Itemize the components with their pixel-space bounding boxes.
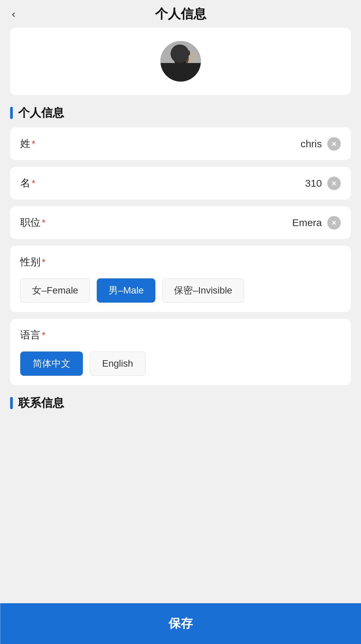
gender-options: 女–Female 男–Male 保密–Invisible <box>20 278 341 303</box>
position-right: Emera <box>292 216 341 229</box>
first-name-field: 名 * 310 <box>10 167 351 200</box>
position-clear-button[interactable] <box>327 216 341 229</box>
avatar[interactable] <box>160 41 201 82</box>
position-required: * <box>42 217 46 228</box>
position-field: 职位 * Emera <box>10 206 351 239</box>
last-name-label: 姓 * <box>20 137 35 151</box>
position-label: 职位 * <box>20 216 46 229</box>
page-header: ‹ 个人信息 <box>0 0 361 28</box>
svg-point-4 <box>174 51 189 67</box>
svg-point-3 <box>169 63 192 82</box>
language-title: 语言 * <box>20 328 341 342</box>
svg-rect-7 <box>177 65 185 70</box>
first-name-clear-button[interactable] <box>327 177 341 190</box>
last-name-clear-button[interactable] <box>327 137 341 151</box>
svg-rect-8 <box>186 51 196 68</box>
gender-male-button[interactable]: 男–Male <box>97 278 155 303</box>
language-zh-button[interactable]: 简体中文 <box>20 351 83 376</box>
language-required: * <box>42 330 46 341</box>
first-name-required: * <box>32 178 35 189</box>
svg-point-5 <box>173 51 190 57</box>
gender-required: * <box>42 257 46 268</box>
gender-female-button[interactable]: 女–Female <box>20 278 90 303</box>
last-name-right: chris <box>301 137 341 151</box>
first-name-label: 名 * <box>20 176 35 190</box>
first-name-right: 310 <box>305 177 341 190</box>
save-button[interactable]: 保存 <box>0 603 361 644</box>
last-name-required: * <box>32 139 35 149</box>
svg-rect-6 <box>173 51 190 55</box>
avatar-image <box>160 41 201 82</box>
back-button[interactable]: ‹ <box>10 7 17 21</box>
first-name-value: 310 <box>305 178 322 189</box>
gender-invisible-button[interactable]: 保密–Invisible <box>162 278 244 303</box>
position-value: Emera <box>292 217 322 228</box>
last-name-field: 姓 * chris <box>10 127 351 160</box>
language-options: 简体中文 English <box>20 351 341 376</box>
contact-section-label: 联系信息 <box>0 395 361 421</box>
gender-card: 性别 * 女–Female 男–Male 保密–Invisible <box>10 246 351 312</box>
gender-title: 性别 * <box>20 255 341 269</box>
page-title: 个人信息 <box>155 5 206 23</box>
language-card: 语言 * 简体中文 English <box>10 319 351 385</box>
section-bar <box>10 107 13 119</box>
last-name-value: chris <box>301 138 322 150</box>
language-en-button[interactable]: English <box>90 351 146 376</box>
personal-info-section-label: 个人信息 <box>0 105 361 127</box>
contact-section-bar <box>10 397 13 409</box>
avatar-section <box>10 28 351 95</box>
